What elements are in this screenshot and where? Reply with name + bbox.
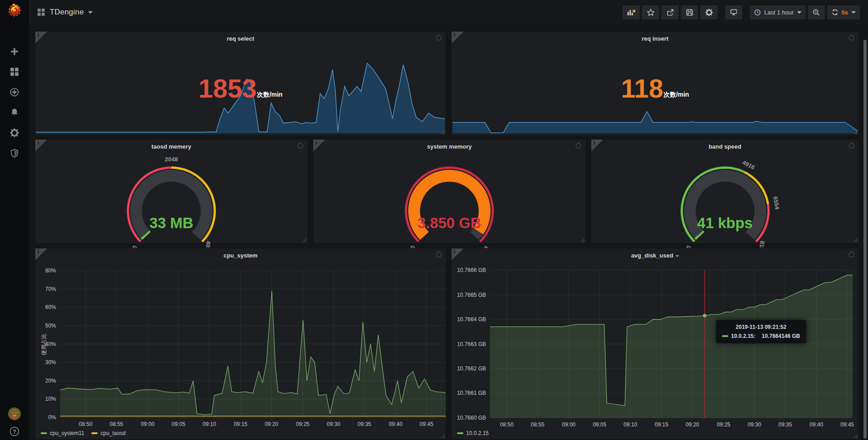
zoom-out-button[interactable] xyxy=(808,5,825,19)
tooltip-series-value: 10.7664146 GB xyxy=(762,333,800,339)
sidebar-item-create[interactable] xyxy=(10,47,19,56)
share-icon xyxy=(666,9,674,16)
svg-text:40%: 40% xyxy=(45,341,56,347)
svg-text:09:00: 09:00 xyxy=(141,421,155,427)
panel-resize-handle[interactable] xyxy=(302,238,307,242)
sidebar-item-dashboards[interactable] xyxy=(10,67,19,76)
svg-text:08:50: 08:50 xyxy=(79,421,92,427)
svg-text:6554: 6554 xyxy=(772,196,780,211)
panel-title[interactable]: taosd memery xyxy=(49,143,294,150)
chart-legend: cpu_system11 cpu_taosd xyxy=(41,430,126,436)
panel-info-corner-icon[interactable]: i xyxy=(591,140,603,151)
share-button[interactable] xyxy=(661,5,679,19)
svg-text:60%: 60% xyxy=(45,304,56,310)
panel-band-speed: i band speed 0491665548192 41 kbps xyxy=(591,139,859,243)
svg-text:10.7662 GB: 10.7662 GB xyxy=(457,365,486,372)
panel-title[interactable]: band speed xyxy=(605,143,845,150)
gauge-value: 3.850 GB xyxy=(377,215,522,232)
svg-text:70%: 70% xyxy=(45,286,56,292)
add-panel-icon xyxy=(627,9,636,16)
panel-resize-handle[interactable] xyxy=(580,238,585,242)
legend-item[interactable]: 10.0.2.15 xyxy=(457,430,489,436)
tooltip-series-name: 10.0.2.15: xyxy=(731,333,755,339)
help-icon[interactable]: ? xyxy=(9,426,19,436)
sparkline-chart xyxy=(36,61,445,133)
save-button[interactable] xyxy=(681,5,698,19)
panel-info-corner-icon[interactable]: i xyxy=(313,140,325,151)
grafana-dashboard: ? TDengine xyxy=(0,0,868,440)
svg-text:09:45: 09:45 xyxy=(420,421,433,427)
svg-text:30%: 30% xyxy=(45,359,56,365)
panel-resize-handle[interactable] xyxy=(854,238,858,242)
svg-text:09:10: 09:10 xyxy=(203,421,216,427)
chevron-down-icon xyxy=(88,11,93,14)
add-panel-button[interactable] xyxy=(623,5,640,19)
svg-text:09:30: 09:30 xyxy=(748,421,761,428)
svg-text:50%: 50% xyxy=(45,323,56,329)
refresh-picker[interactable]: 5s xyxy=(827,5,860,19)
panel-system-memory: i system memory 04 3.850 GB xyxy=(313,139,586,243)
legend-item[interactable]: cpu_system11 xyxy=(41,430,84,436)
panel-info-corner-icon[interactable]: i xyxy=(35,140,47,151)
panel-info-corner-icon[interactable]: i xyxy=(35,248,47,260)
panel-title[interactable]: system memory xyxy=(327,143,572,150)
refresh-interval-label: 5s xyxy=(842,9,848,16)
time-series-chart: 08:5008:5509:0009:0509:1009:1509:2009:25… xyxy=(35,248,446,439)
sidebar-bottom: ? xyxy=(0,407,29,436)
gauge-chart: 0491665548192 41 kbps xyxy=(653,158,797,246)
panel-title[interactable]: req insert xyxy=(465,35,845,42)
time-range-label: Last 1 hour xyxy=(764,9,793,16)
dashboard-title: TDengine xyxy=(50,8,84,17)
svg-text:10.7666 GB: 10.7666 GB xyxy=(457,267,486,273)
svg-text:09:35: 09:35 xyxy=(778,421,792,428)
sparkline-chart xyxy=(453,61,858,133)
chevron-down-icon xyxy=(851,11,856,14)
svg-text:09:05: 09:05 xyxy=(172,421,185,427)
toolbar: Last 1 hour 5s xyxy=(623,5,868,19)
svg-text:09:25: 09:25 xyxy=(717,421,730,428)
tooltip-time: 2019-11-13 09:21:52 xyxy=(722,324,800,330)
time-range-picker[interactable]: Last 1 hour xyxy=(750,5,805,19)
zoom-out-icon xyxy=(812,9,820,16)
svg-text:08:50: 08:50 xyxy=(500,421,514,428)
gauge-value: 41 kbps xyxy=(653,215,797,232)
dashboard-grid-icon xyxy=(37,8,45,16)
svg-text:10.7665 GB: 10.7665 GB xyxy=(457,292,486,298)
legend-marker xyxy=(41,432,47,434)
legend-marker xyxy=(457,432,463,434)
refresh-icon xyxy=(831,9,839,16)
panel-info-corner-icon[interactable]: i xyxy=(452,32,463,43)
panel-title[interactable]: req select xyxy=(49,35,432,42)
svg-text:09:40: 09:40 xyxy=(389,421,402,427)
chart-legend: 10.0.2.15 xyxy=(457,430,489,436)
svg-text:09:20: 09:20 xyxy=(264,421,278,427)
star-icon xyxy=(647,9,655,16)
svg-text:80%: 80% xyxy=(45,267,56,274)
panel-loading-spinner-icon xyxy=(576,143,581,149)
panel-loading-spinner-icon xyxy=(436,35,442,41)
dashboard-settings-button[interactable] xyxy=(700,5,717,19)
svg-text:0%: 0% xyxy=(48,414,57,421)
panel-info-corner-icon[interactable]: i xyxy=(35,32,47,43)
tv-mode-button[interactable] xyxy=(725,5,742,19)
user-avatar[interactable] xyxy=(8,407,21,421)
svg-text:09:40: 09:40 xyxy=(810,421,823,428)
svg-text:09:10: 09:10 xyxy=(623,421,637,428)
sidebar-item-server-admin[interactable] xyxy=(10,149,19,158)
gauge-chart: 020484096 33 MB xyxy=(99,158,244,246)
star-button[interactable] xyxy=(642,5,659,19)
legend-item[interactable]: cpu_taosd xyxy=(91,430,125,436)
svg-text:09:00: 09:00 xyxy=(562,421,576,428)
grafana-logo-icon[interactable] xyxy=(7,3,22,18)
svg-text:09:05: 09:05 xyxy=(593,421,606,428)
scrollbar-thumb[interactable] xyxy=(863,40,867,439)
dashboard-title-button[interactable]: TDengine xyxy=(29,8,93,17)
save-icon xyxy=(686,9,693,16)
panel-info-corner-icon[interactable]: i xyxy=(452,248,463,260)
svg-text:10.7663 GB: 10.7663 GB xyxy=(457,341,486,347)
panel-loading-spinner-icon xyxy=(297,143,303,149)
sidebar-item-explore[interactable] xyxy=(10,88,19,97)
sidebar-item-alerting[interactable] xyxy=(10,108,19,117)
panel-cpu-system: i cpu_system 使用占比 08:5008:5509:0009:0509… xyxy=(35,248,446,440)
sidebar-item-configuration[interactable] xyxy=(10,128,19,137)
